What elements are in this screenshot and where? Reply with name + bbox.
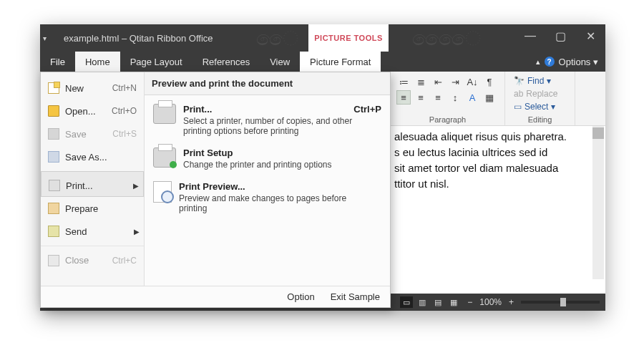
view-web-icon[interactable]: ▤	[431, 296, 444, 308]
minimize-button[interactable]: —	[515, 24, 545, 47]
indent-icon[interactable]: ⇥	[448, 74, 462, 89]
ribbon-tabs: File Home Page Layout References View Pi…	[40, 52, 605, 72]
option-desc: Preview and make changes to pages before…	[179, 193, 372, 213]
replace-button[interactable]: abReplace	[511, 87, 569, 100]
option-title: Print...	[183, 104, 212, 115]
zoom-in-button[interactable]: +	[509, 297, 514, 307]
option-desc: Change the printer and printing options	[183, 160, 376, 170]
option-title: Print Preview...	[179, 181, 245, 192]
tab-references[interactable]: References	[192, 52, 260, 72]
outdent-icon[interactable]: ⇤	[431, 74, 445, 89]
document-text: s eu lectus lacinia ultrices sed id	[394, 146, 547, 158]
scrollbar-thumb[interactable]	[592, 127, 604, 139]
tab-page-layout[interactable]: Page Layout	[120, 52, 192, 72]
menu-label: Save	[65, 129, 87, 140]
file-menu: New Ctrl+N Open... Ctrl+O Save Ctrl+S Sa…	[40, 72, 391, 308]
binoculars-icon: 🔭	[514, 76, 525, 86]
select-button[interactable]: ▭Select ▾	[511, 100, 569, 113]
shortcut: Ctrl+S	[112, 129, 137, 139]
print-preview-icon	[153, 181, 172, 203]
save-icon	[48, 128, 59, 140]
new-file-icon	[48, 82, 59, 94]
pilcrow-icon[interactable]: ¶	[482, 74, 497, 89]
menu-label: Save As...	[65, 152, 107, 163]
document-text: alesuada aliquet risus quis pharetra.	[394, 130, 567, 142]
menu-label: Print...	[66, 180, 93, 191]
option-desc: Select a printer, number of copies, and …	[183, 116, 376, 136]
file-menu-new[interactable]: New Ctrl+N	[41, 77, 144, 100]
shading-icon[interactable]: ▦	[482, 90, 497, 105]
qat-customize-icon[interactable]: ▾	[43, 34, 47, 42]
submenu-arrow-icon: ▶	[133, 182, 139, 190]
font-outline-icon[interactable]: A	[465, 90, 479, 105]
view-outline-icon[interactable]: ▦	[447, 296, 460, 308]
titlebar: ▾ example.html – Qtitan Ribbon Office PI…	[40, 24, 605, 52]
menu-label: New	[65, 83, 84, 94]
view-reading-icon[interactable]: ▥	[416, 296, 429, 308]
document-text: ttitor ut nisl.	[394, 178, 449, 190]
printer-icon	[153, 104, 176, 124]
option-button[interactable]: Option	[287, 291, 314, 302]
find-button[interactable]: 🔭Find ▾	[511, 74, 569, 87]
cursor-icon: ▭	[514, 102, 522, 112]
file-menu-footer: Option Exit Sample	[41, 286, 390, 307]
panel-header: Preview and print the document	[145, 72, 390, 95]
zoom-slider[interactable]	[521, 301, 600, 304]
file-menu-left: New Ctrl+N Open... Ctrl+O Save Ctrl+S Sa…	[41, 72, 145, 286]
print-option-setup[interactable]: Print Setup Change the printer and print…	[152, 143, 383, 177]
shortcut: Ctrl+P	[353, 104, 381, 115]
file-menu-open[interactable]: Open... Ctrl+O	[41, 100, 144, 122]
send-icon	[48, 226, 59, 237]
sort-icon[interactable]: A↓	[465, 74, 479, 89]
align-right-icon[interactable]: ≡	[431, 90, 445, 105]
bullets-icon[interactable]: ≔	[396, 74, 411, 89]
file-menu-send[interactable]: Send ▶	[41, 220, 144, 243]
decorative-swirl: ෛ	[256, 27, 298, 51]
save-as-icon	[48, 151, 59, 163]
ribbon-collapse-icon[interactable]: ▴	[536, 57, 540, 67]
print-option-preview[interactable]: Print Preview... Preview and make change…	[152, 177, 383, 221]
tab-picture-format[interactable]: Picture Format	[300, 52, 381, 72]
file-menu-close[interactable]: Close Ctrl+C	[41, 246, 144, 271]
options-button[interactable]: Options ▾	[559, 57, 598, 67]
align-left-icon[interactable]: ≡	[396, 90, 411, 105]
zoom-label: 100%	[479, 297, 502, 307]
shortcut: Ctrl+N	[112, 83, 137, 93]
option-title: Print Setup	[183, 147, 233, 158]
view-normal-icon[interactable]: ▭	[400, 296, 413, 308]
file-menu-print[interactable]: Print... ▶	[41, 171, 144, 197]
ribbon-group-paragraph: ≔ ≣ ⇤ ⇥ A↓ ¶ ≡ ≡ ≡ ↕ A ▦ Paragraph	[391, 72, 505, 125]
align-center-icon[interactable]: ≡	[414, 90, 428, 105]
tab-view[interactable]: View	[260, 52, 300, 72]
exit-sample-button[interactable]: Exit Sample	[331, 291, 380, 302]
zoom-slider-thumb[interactable]	[560, 298, 566, 306]
menu-label: Send	[65, 226, 87, 237]
prepare-icon	[48, 203, 59, 214]
file-menu-prepare[interactable]: Prepare	[41, 197, 144, 220]
window-title: example.html – Qtitan Ribbon Office	[64, 33, 213, 44]
help-icon[interactable]: ?	[545, 57, 555, 67]
document-text: sit amet tortor vel diam malesuada	[394, 162, 558, 174]
tab-file[interactable]: File	[40, 52, 75, 72]
zoom-out-button[interactable]: −	[467, 297, 472, 307]
contextual-tab-label: PICTURE TOOLS	[308, 24, 389, 52]
numbering-icon[interactable]: ≣	[414, 74, 428, 89]
shortcut: Ctrl+C	[112, 256, 137, 266]
tab-home[interactable]: Home	[75, 52, 120, 72]
decorative-swirl: ෛෛ	[412, 27, 481, 51]
printer-icon	[49, 180, 60, 191]
ribbon-group-label: Editing	[511, 115, 569, 124]
menu-label: Open...	[65, 106, 96, 117]
file-menu-save[interactable]: Save Ctrl+S	[41, 122, 144, 145]
submenu-arrow-icon: ▶	[134, 228, 140, 236]
shortcut: Ctrl+O	[112, 106, 137, 116]
menu-label: Prepare	[65, 203, 98, 214]
printer-setup-icon	[153, 147, 176, 168]
close-window-button[interactable]: ✕	[575, 24, 605, 47]
line-spacing-icon[interactable]: ↕	[448, 90, 462, 105]
vertical-scrollbar[interactable]	[592, 126, 604, 279]
open-folder-icon	[48, 105, 59, 117]
maximize-button[interactable]: ▢	[545, 24, 575, 47]
print-option-print[interactable]: Print... Ctrl+P Select a printer, number…	[152, 100, 383, 143]
file-menu-save-as[interactable]: Save As...	[41, 145, 144, 168]
